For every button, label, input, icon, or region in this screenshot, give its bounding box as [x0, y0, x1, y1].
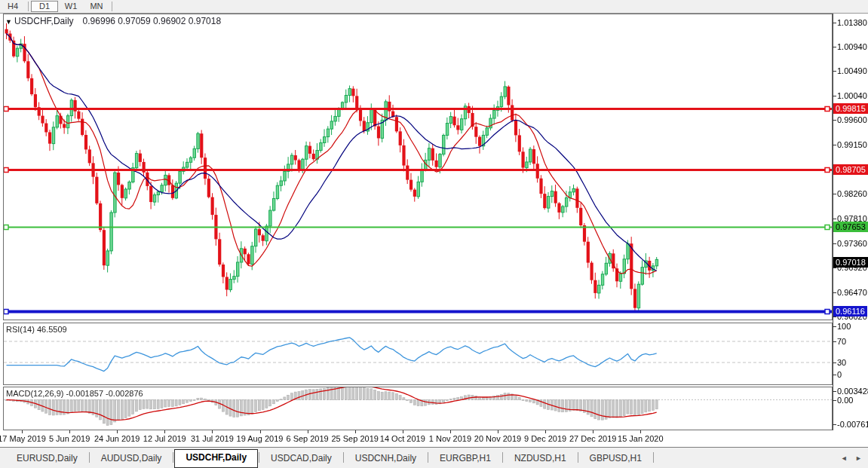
timeframe-button-h4[interactable]: H4	[0, 1, 26, 12]
toolbar-separator	[112, 2, 112, 11]
macd-axis-label: -0.007615	[837, 420, 868, 429]
date-axis-label: 20 Nov 2019	[474, 434, 521, 443]
rsi-axis-label: 30	[837, 358, 846, 367]
date-axis-label: 19 Aug 2019	[237, 434, 284, 443]
date-axis-label: 9 Dec 2019	[524, 434, 566, 443]
tab-separator	[343, 452, 344, 463]
price-axis-label: 1.00040	[837, 91, 867, 100]
price-line-badge: 0.99815	[833, 103, 868, 114]
price-line-badge: 0.97653	[833, 222, 868, 232]
toolbar-separator	[28, 2, 29, 11]
date-axis-label: 27 Dec 2019	[569, 434, 616, 443]
rsi-axis-label: 70	[837, 337, 846, 346]
tab-usdcnh-daily[interactable]: USDCNH,Daily	[345, 450, 427, 468]
tab-gbpusd-h1[interactable]: GBPUSD,H1	[579, 450, 652, 468]
date-axis-label: 6 Sep 2019	[286, 434, 328, 443]
chart-tab-bar: EURUSD,DailyAUDUSD,DailyUSDCHF,DailyUSDC…	[0, 447, 868, 468]
date-axis-label: 15 Jan 2020	[618, 434, 664, 443]
symbol-dropdown-icon[interactable]: ▼	[5, 18, 12, 26]
date-axis-label: 31 Jul 2019	[191, 434, 234, 443]
rsi-axis-label: 0	[837, 370, 842, 379]
tab-audusd-daily[interactable]: AUDUSD,Daily	[90, 450, 173, 468]
chart-title: ▼USDCHF,Daily0.96996 0.97059 0.96902 0.9…	[5, 16, 221, 26]
date-axis-label: 14 Oct 2019	[380, 434, 425, 443]
price-axis-label: 0.97360	[837, 239, 867, 248]
chart-symbol-label: USDCHF,Daily	[14, 16, 74, 26]
tab-nzdusd-h1[interactable]: NZDUSD,H1	[504, 450, 577, 468]
tab-usdcad-daily[interactable]: USDCAD,Daily	[260, 450, 342, 468]
price-axis-label: 0.96470	[837, 288, 867, 297]
rsi-axis-label: 100	[837, 322, 851, 331]
tab-eurusd-daily[interactable]: EURUSD,Daily	[6, 450, 88, 468]
price-axis-label: 0.98260	[837, 189, 867, 198]
price-axis-label: 0.99150	[837, 140, 867, 149]
price-axis-label: 0.99600	[837, 115, 867, 124]
date-axis-label: 17 May 2019	[0, 434, 46, 443]
rsi-indicator-label: RSI(14) 46.5509	[6, 325, 67, 334]
timeframe-toolbar: H4D1W1MN	[0, 0, 868, 14]
price-line-badge: 0.98705	[833, 164, 868, 175]
tab-scroll-left-icon[interactable]: ◄	[841, 454, 848, 462]
macd-axis-label: 0.00	[837, 396, 853, 405]
timeframe-button-d1[interactable]: D1	[31, 1, 58, 12]
timeframe-button-w1[interactable]: W1	[58, 1, 84, 12]
tab-eurgbp-h1[interactable]: EURGBP,H1	[429, 450, 501, 468]
tab-separator	[578, 452, 578, 463]
tab-separator	[89, 452, 90, 463]
chart-ohlc-values: 0.96996 0.97059 0.96902 0.97018	[83, 16, 222, 26]
price-axis-label: 1.00940	[837, 42, 867, 51]
tab-scroll-right-icon[interactable]: ►	[855, 454, 862, 462]
timeframe-button-mn[interactable]: MN	[84, 1, 109, 12]
tab-scroll-arrows: ◄ ►	[835, 454, 862, 462]
macd-indicator-label: MACD(12,26,9) -0.001857 -0.002876	[6, 389, 143, 398]
trading-terminal-window: H4D1W1MN ▼USDCHF,Daily0.96996 0.97059 0.…	[0, 0, 868, 468]
tab-separator	[653, 452, 654, 463]
tab-separator	[259, 452, 259, 463]
price-line-badge: 0.96116	[833, 306, 867, 317]
macd-axis-label: 0.003428	[837, 387, 868, 396]
date-axis-label: 25 Sep 2019	[331, 434, 378, 443]
price-axis-label: 1.00490	[837, 66, 867, 75]
price-axis-label: 1.01380	[837, 18, 867, 27]
tab-separator	[502, 452, 503, 463]
current-price-badge: 0.97018	[833, 257, 868, 268]
tab-usdchf-daily[interactable]: USDCHF,Daily	[174, 449, 258, 468]
tab-separator	[173, 452, 173, 463]
date-axis-label: 1 Nov 2019	[429, 434, 471, 443]
date-axis-label: 12 Jul 2019	[143, 434, 186, 443]
date-axis-label: 5 Jun 2019	[49, 434, 90, 443]
date-axis-label: 24 Jun 2019	[94, 434, 140, 443]
tab-separator	[428, 452, 428, 463]
